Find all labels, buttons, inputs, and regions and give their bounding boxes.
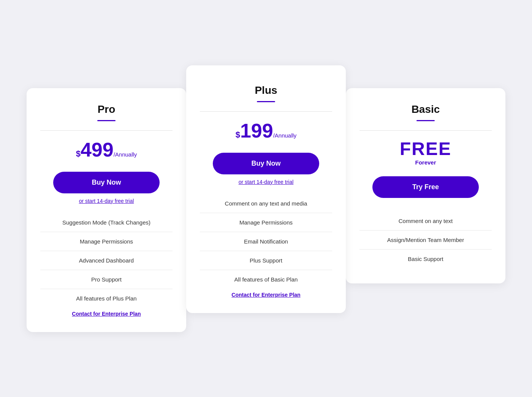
plus-price-period: /Annually: [273, 132, 297, 139]
basic-feature-3: Basic Support: [359, 250, 492, 268]
plus-feature-4: Plus Support: [200, 251, 332, 270]
plus-free-trial-link[interactable]: or start 14-day free trial: [239, 179, 294, 185]
pro-free-trial-link[interactable]: or start 14-day free trial: [79, 198, 134, 204]
pro-plan-card: Pro $499/Annually Buy Now or start 14-da…: [27, 88, 186, 332]
plus-features-list: Comment on any text and media Manage Per…: [200, 194, 332, 289]
pro-price-amount: 499: [81, 139, 114, 161]
pro-feature-1: Suggestion Mode (Track Changes): [40, 213, 173, 232]
plus-btn-wrapper: Buy Now or start 14-day free trial: [200, 153, 332, 194]
plus-plan-underline: [257, 101, 275, 102]
pro-divider: [40, 130, 173, 131]
pro-price-row: $499/Annually: [40, 138, 173, 161]
pro-feature-4: Pro Support: [40, 270, 173, 289]
basic-btn-wrapper: Try Free: [359, 176, 492, 202]
pro-feature-2: Manage Permissions: [40, 232, 173, 251]
pricing-container: Pro $499/Annually Buy Now or start 14-da…: [0, 50, 532, 347]
plus-price-amount: 199: [240, 120, 273, 142]
plus-plan-card: Plus $199/Annually Buy Now or start 14-d…: [186, 65, 346, 313]
plus-buy-button[interactable]: Buy Now: [213, 153, 319, 174]
plus-feature-2: Manage Permissions: [200, 213, 332, 232]
pro-buy-button[interactable]: Buy Now: [53, 172, 160, 193]
basic-plan-name: Basic: [359, 103, 492, 115]
pro-enterprise-link[interactable]: Contact for Enterprise Plan: [40, 311, 173, 317]
basic-features-list: Comment on any text Assign/Mention Team …: [359, 212, 492, 268]
pro-btn-wrapper: Buy Now or start 14-day free trial: [40, 172, 173, 213]
pro-features-list: Suggestion Mode (Track Changes) Manage P…: [40, 213, 173, 308]
basic-plan-underline: [416, 120, 435, 121]
pro-plan-underline: [97, 120, 116, 121]
basic-feature-1: Comment on any text: [359, 212, 492, 231]
plus-feature-1: Comment on any text and media: [200, 194, 332, 213]
plus-enterprise-link[interactable]: Contact for Enterprise Plan: [200, 292, 332, 298]
basic-price-row: FREE Forever: [359, 138, 492, 166]
plus-plan-name: Plus: [200, 84, 332, 96]
basic-divider: [359, 130, 492, 131]
pro-price-dollar: $: [76, 149, 81, 158]
basic-try-free-button[interactable]: Try Free: [372, 176, 479, 198]
basic-feature-2: Assign/Mention Team Member: [359, 231, 492, 250]
plus-feature-5: All features of Basic Plan: [200, 270, 332, 289]
plus-divider: [200, 111, 332, 112]
basic-price-free: FREE: [359, 138, 492, 159]
pro-price-period: /Annually: [114, 151, 137, 158]
pro-feature-5: All features of Plus Plan: [40, 289, 173, 308]
plus-feature-3: Email Notification: [200, 232, 332, 251]
plus-price-dollar: $: [236, 130, 240, 139]
pro-plan-name: Pro: [40, 103, 173, 115]
plus-price-row: $199/Annually: [200, 119, 332, 142]
basic-price-forever: Forever: [359, 159, 492, 166]
pro-feature-3: Advanced Dashboard: [40, 251, 173, 270]
basic-plan-card: Basic FREE Forever Try Free Comment on a…: [346, 88, 505, 283]
